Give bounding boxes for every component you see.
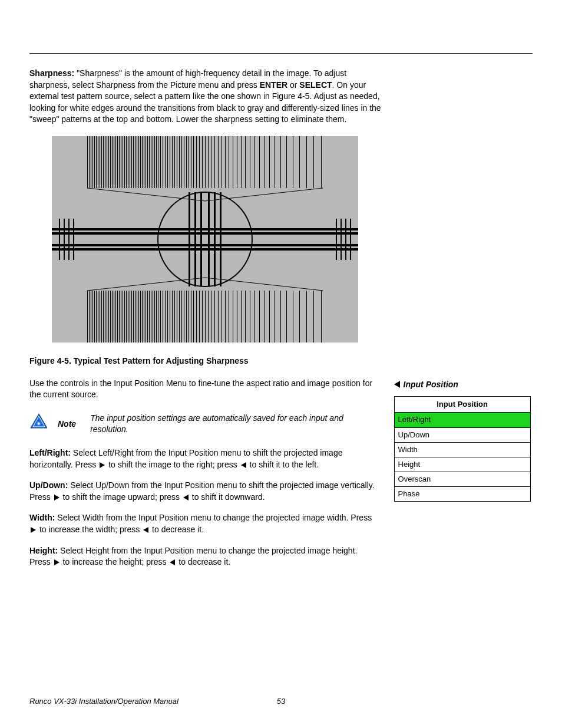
svg-rect-131 [170,291,170,342]
right-arrow-icon [54,559,59,565]
updown-t2: to shift the image upward; press [61,492,182,502]
leftright-paragraph: Left/Right: Select Left/Right from the I… [29,447,376,470]
svg-rect-65 [218,136,219,188]
left-arrow-icon [241,462,246,468]
svg-rect-31 [138,136,139,188]
note-text: The input position settings are automati… [90,413,349,436]
input-position-intro: Use the controls in the Input Position M… [29,378,376,401]
svg-rect-165 [293,291,293,342]
svg-rect-15 [110,136,111,188]
svg-rect-72 [245,136,246,188]
svg-rect-56 [191,136,191,188]
svg-rect-20 [119,136,120,188]
svg-rect-146 [208,291,209,342]
svg-rect-63 [211,136,211,188]
svg-rect-33 [142,136,143,188]
svg-rect-149 [218,291,219,342]
updown-t3: to shift it downward. [190,492,265,502]
svg-rect-79 [280,136,281,188]
svg-rect-92 [98,291,98,342]
svg-rect-4 [91,136,91,188]
menu-item: Phase [395,487,530,501]
svg-rect-152 [229,291,229,342]
svg-rect-70 [237,136,237,188]
test-pattern-svg [52,136,358,342]
svg-rect-148 [214,291,215,342]
svg-rect-25 [128,136,128,188]
svg-rect-156 [245,291,246,342]
svg-rect-150 [222,291,222,342]
svg-rect-114 [137,291,137,342]
svg-rect-51 [179,136,180,188]
svg-rect-84 [313,136,314,188]
svg-rect-119 [146,291,146,342]
svg-rect-126 [158,291,158,342]
page: Sharpness: "Sharpness" is the amount of … [0,0,562,728]
svg-rect-6 [94,136,95,188]
svg-rect-154 [237,291,237,342]
svg-rect-18 [115,136,116,188]
svg-rect-191 [214,192,216,286]
svg-rect-105 [121,291,121,342]
svg-rect-26 [130,136,130,188]
svg-rect-125 [156,291,157,342]
svg-rect-94 [101,291,102,342]
svg-rect-21 [121,136,121,188]
svg-rect-140 [191,291,191,342]
svg-rect-7 [96,136,97,188]
svg-rect-104 [119,291,120,342]
side-heading: Input Position [394,379,533,391]
svg-rect-76 [264,136,265,188]
svg-rect-16 [112,136,113,188]
svg-rect-137 [184,291,184,342]
svg-rect-180 [68,219,70,260]
svg-rect-189 [200,192,202,286]
svg-rect-115 [138,291,139,342]
right-arrow-icon [31,527,36,533]
menu-item: Width [395,443,530,457]
svg-rect-12 [105,136,105,188]
width-paragraph: Width: Select Width from the Input Posit… [29,512,376,535]
svg-rect-91 [96,291,97,342]
svg-rect-118 [144,291,144,342]
svg-rect-138 [186,291,187,342]
svg-rect-167 [306,291,307,342]
leftright-t2: to shift the image to the right; press [106,460,239,469]
svg-rect-75 [259,136,260,188]
svg-rect-29 [135,136,135,188]
top-rule [29,53,533,54]
svg-rect-10 [101,136,102,188]
svg-rect-19 [117,136,118,188]
svg-rect-111 [131,291,132,342]
svg-rect-85 [321,136,322,188]
svg-rect-158 [254,291,255,342]
svg-rect-122 [151,291,151,342]
svg-rect-124 [154,291,155,342]
svg-rect-46 [167,136,168,188]
svg-rect-69 [233,136,233,188]
svg-rect-60 [202,136,203,188]
svg-rect-23 [124,136,125,188]
svg-rect-144 [202,291,203,342]
svg-rect-43 [160,136,161,188]
height-t3: to decrease it. [176,557,230,566]
svg-rect-185 [350,219,351,260]
svg-rect-67 [225,136,226,188]
select-key: SELECT [299,80,332,90]
svg-rect-52 [181,136,182,188]
svg-rect-8 [98,136,98,188]
svg-rect-97 [107,291,107,342]
svg-rect-89 [92,291,93,342]
svg-rect-164 [286,291,287,342]
svg-rect-121 [149,291,150,342]
svg-rect-174 [52,228,358,230]
note-triangle-icon: ✷ [29,413,48,429]
svg-rect-135 [179,291,180,342]
svg-rect-13 [107,136,107,188]
updown-label: Up/Down: [29,480,68,490]
footer-page: 53 [29,696,533,707]
height-label: Height: [29,546,58,555]
svg-rect-53 [184,136,184,188]
svg-rect-57 [193,136,194,188]
svg-rect-187 [189,192,190,286]
